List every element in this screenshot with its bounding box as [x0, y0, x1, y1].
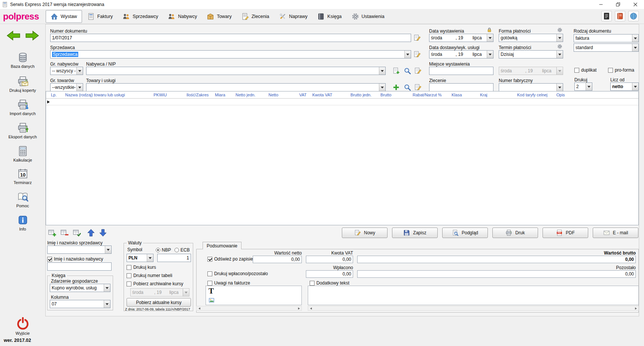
add-document-icon[interactable]: [392, 67, 400, 75]
chevron-down-icon[interactable]: [104, 300, 110, 308]
exit-button[interactable]: Wyjście: [0, 317, 45, 336]
ecb-radio[interactable]: ECB: [174, 247, 190, 253]
chevron-down-icon[interactable]: [487, 51, 493, 58]
chevron-down-icon[interactable]: [104, 284, 110, 292]
chevron-down-icon[interactable]: [632, 34, 638, 42]
licz-od-select[interactable]: netto: [610, 82, 639, 91]
drukuj-kurs-checkbox[interactable]: Drukuj kurs: [127, 265, 156, 270]
scroll-left-icon[interactable]: [197, 306, 202, 310]
podglad-button[interactable]: Podgląd: [442, 228, 488, 238]
chevron-down-icon[interactable]: [379, 84, 385, 91]
scroll-left-icon[interactable]: [308, 306, 313, 310]
numer-dokumentu-input[interactable]: [50, 34, 411, 42]
column-header[interactable]: Ilość/Zakres: [185, 93, 214, 97]
tab-sprzedawcy[interactable]: Sprzedawcy: [118, 10, 162, 23]
column-header[interactable]: Netto jedn.: [234, 93, 267, 97]
column-header[interactable]: PKWiU: [152, 93, 185, 97]
red-book-button[interactable]: [615, 11, 625, 21]
chevron-down-icon[interactable]: [404, 51, 411, 58]
chevron-down-icon[interactable]: [632, 83, 638, 90]
chevron-down-icon[interactable]: [147, 254, 153, 262]
drukuj-wplacono-checkbox[interactable]: Drukuj wpłacono/pozostało: [207, 271, 268, 276]
column-header[interactable]: Miara: [214, 93, 234, 97]
add-row-icon[interactable]: [48, 229, 56, 237]
confirm-row-icon[interactable]: [73, 229, 81, 237]
sidebar-item-info[interactable]: Info: [0, 214, 45, 231]
chevron-down-icon[interactable]: [556, 34, 563, 42]
grid-empty-row[interactable]: [46, 99, 638, 105]
sidebar-item-pomoc[interactable]: Pomoc: [0, 191, 45, 208]
drukuj-copies-select[interactable]: 2: [574, 82, 592, 91]
edit-icon[interactable]: [413, 51, 421, 58]
column-header[interactable]: Brutto: [379, 93, 411, 97]
column-header[interactable]: Lp.: [50, 93, 64, 97]
sidebar-item-eksport-danych[interactable]: Eksport danych: [0, 122, 45, 139]
data-wystawienia-select[interactable]: środa , 19 lipca: [429, 34, 493, 42]
search-icon[interactable]: [404, 67, 411, 75]
chevron-down-icon[interactable]: [76, 67, 83, 75]
tab-ksiega[interactable]: Księga: [313, 10, 346, 23]
nabywca-osoba-input[interactable]: [47, 262, 112, 271]
forma-platnosci-select[interactable]: gotówką: [499, 34, 563, 42]
sidebar-item-kalkulacje[interactable]: Kalkulacje: [0, 145, 45, 162]
termin-platnosci-select[interactable]: Dzisiaj: [499, 50, 563, 58]
chevron-down-icon[interactable]: [76, 84, 83, 91]
sprzedawca-osoba-select[interactable]: [47, 246, 112, 254]
move-down-icon[interactable]: [99, 229, 107, 237]
column-header[interactable]: Rabat/Narzut %: [411, 93, 450, 97]
kurs-input[interactable]: [157, 254, 191, 262]
column-header[interactable]: VAT: [298, 93, 311, 97]
rodzaj-dokumentu-select[interactable]: faktura: [574, 34, 639, 42]
dodatkowy-tekst-checkbox[interactable]: Dodatkowy tekst: [310, 280, 349, 286]
sidebar-item-baza-danych[interactable]: Baza danych: [0, 52, 45, 69]
waluta-select[interactable]: PLN: [127, 254, 154, 262]
move-up-icon[interactable]: [87, 229, 95, 237]
column-header[interactable]: Nazwa (rodzaj) towaru lub usługi: [64, 93, 152, 97]
email-button[interactable]: E - mail: [593, 228, 638, 238]
chevron-down-icon[interactable]: [632, 44, 638, 51]
minimize-button[interactable]: [592, 0, 610, 9]
close-button[interactable]: [627, 0, 644, 9]
nbp-radio[interactable]: NBP: [156, 247, 171, 253]
chevron-down-icon[interactable]: [487, 34, 493, 42]
nabywca-nip-select[interactable]: [86, 67, 386, 75]
duplikat-checkbox[interactable]: duplikat: [574, 67, 596, 73]
gear-icon[interactable]: [557, 27, 562, 33]
column-header[interactable]: Brutto jedn.: [349, 93, 379, 97]
pozostalo-field[interactable]: 0,00: [357, 270, 636, 278]
wartosc-netto-field[interactable]: 0,00: [253, 256, 302, 263]
sidebar-item-terminarz[interactable]: 10 Terminarz: [0, 168, 45, 185]
column-header[interactable]: Kraj: [479, 93, 516, 97]
uwagi-checkbox[interactable]: Uwagi na fakturze: [207, 280, 250, 286]
scroll-right-icon[interactable]: [296, 306, 301, 310]
druk-button[interactable]: Druk: [492, 228, 538, 238]
drukuj-numer-tabeli-checkbox[interactable]: Drukuj numer tabeli: [127, 273, 172, 278]
chevron-down-icon[interactable]: [556, 84, 563, 91]
tab-wystaw[interactable]: Wystaw: [46, 10, 82, 23]
data-dostawy-select[interactable]: środa , 19 lipca: [429, 50, 493, 58]
sidebar-item-import-danych[interactable]: Import danych: [0, 99, 45, 116]
dodatkowy-tekst-area[interactable]: [308, 286, 639, 305]
jpk-document-button[interactable]: [601, 11, 612, 21]
tab-faktury[interactable]: Faktury: [83, 10, 118, 23]
miejsce-wystawienia-input[interactable]: [429, 67, 493, 75]
column-header[interactable]: Kod taryfy celnej: [516, 93, 555, 97]
podtyp-dokumentu-select[interactable]: standard: [574, 43, 639, 52]
column-header[interactable]: Klasa: [450, 93, 479, 97]
numer-fabryczny-select[interactable]: [499, 83, 563, 91]
uwagi-hscrollbar[interactable]: [196, 306, 302, 311]
sprzedawca-select[interactable]: Sprzedawca: [50, 50, 411, 58]
image-icon[interactable]: [209, 297, 215, 303]
nabywca-osoba-checkbox[interactable]: Imię i nazwisko nabywcy: [47, 256, 103, 262]
chevron-down-icon[interactable]: [379, 67, 385, 75]
odswiez-po-zapisie-checkbox[interactable]: Odśwież po zapisie: [207, 256, 253, 262]
zlecenie-input[interactable]: [429, 83, 493, 91]
tab-towary[interactable]: Towary: [202, 10, 236, 23]
kwota-vat-field[interactable]: 0,00: [306, 256, 353, 263]
sidebar-item-drukuj-koperty[interactable]: Drukuj koperty: [0, 76, 45, 93]
edit-icon[interactable]: [414, 67, 422, 75]
add-icon[interactable]: [392, 84, 400, 91]
search-icon[interactable]: [404, 84, 411, 91]
column-header[interactable]: Opis: [555, 93, 638, 97]
tab-podsumowanie[interactable]: Podsumowanie: [203, 242, 242, 249]
